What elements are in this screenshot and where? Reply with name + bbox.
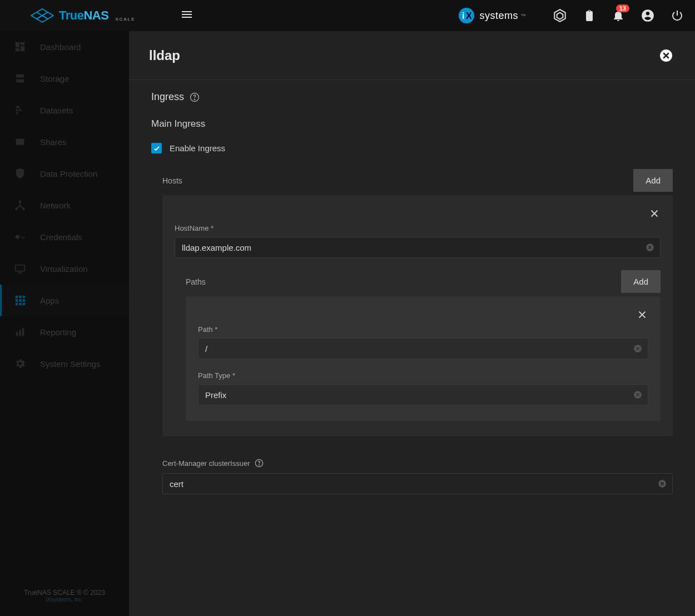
section-title: Ingress [151, 91, 184, 103]
clipboard-icon[interactable] [583, 9, 596, 22]
vendor-logo[interactable]: i X systems ™ [458, 7, 526, 24]
subsection-title: Main Ingress [151, 118, 673, 130]
cert-label: Cert-Manager clusterIssuer [162, 459, 250, 468]
panel-header: lldap [129, 31, 695, 80]
power-icon[interactable] [671, 9, 684, 22]
cert-help-icon[interactable] [255, 459, 264, 468]
path-input[interactable] [205, 344, 628, 354]
help-icon[interactable] [190, 92, 200, 102]
close-icon[interactable] [659, 49, 673, 62]
logo-variant: SCALE [115, 17, 135, 22]
section-header: Ingress [151, 91, 673, 103]
add-path-button[interactable]: Add [621, 270, 661, 293]
path-type-label: Path Type * [198, 371, 648, 380]
panel-body: Ingress Main Ingress Enable Ingress Host… [129, 80, 695, 616]
path-card: Path * Path Type * Prefix [186, 296, 661, 421]
path-type-value: Prefix [205, 390, 628, 400]
cert-input-wrap [162, 473, 673, 494]
topbar: TrueNAS SCALE i X systems ™ 13 [0, 0, 695, 31]
hostname-input-wrap [175, 237, 661, 258]
topbar-left: TrueNAS SCALE [29, 8, 193, 23]
clear-cert-icon[interactable] [658, 479, 667, 488]
hosts-header: Hosts Add [151, 169, 673, 192]
vendor-name: systems [479, 10, 518, 22]
hostname-input[interactable] [182, 243, 640, 252]
enable-ingress-checkbox[interactable] [151, 143, 162, 153]
logo-text: TrueNAS [59, 8, 108, 23]
paths-header: Paths Add [175, 270, 661, 293]
enable-ingress-label: Enable Ingress [170, 143, 225, 153]
path-type-select[interactable]: Prefix [198, 384, 648, 405]
logo-mark-icon [29, 8, 54, 23]
cert-input[interactable] [170, 479, 652, 489]
ix-mark-icon: i X [458, 7, 475, 24]
logo[interactable]: TrueNAS SCALE [29, 8, 136, 23]
slide-panel: lldap Ingress Main Ingress Enable Ingres… [129, 31, 695, 616]
add-host-button[interactable]: Add [633, 169, 673, 192]
enable-ingress-row: Enable Ingress [151, 143, 673, 153]
svg-text:X: X [466, 11, 472, 21]
clear-path-icon[interactable] [633, 344, 642, 353]
path-input-wrap [198, 338, 648, 359]
svg-text:i: i [462, 11, 464, 21]
cert-section: Cert-Manager clusterIssuer [162, 459, 673, 494]
remove-host-icon[interactable] [648, 207, 661, 222]
systems-icon[interactable] [553, 8, 567, 23]
remove-path-icon[interactable] [636, 309, 648, 323]
svg-point-24 [194, 99, 195, 100]
cert-label-row: Cert-Manager clusterIssuer [162, 459, 673, 468]
hostname-label: HostName * [175, 224, 661, 232]
host-card: HostName * Paths Add Path * [162, 195, 673, 436]
topbar-right: i X systems ™ 13 [458, 7, 684, 24]
clear-path-type-icon[interactable] [633, 390, 642, 399]
notifications-icon[interactable]: 13 [612, 9, 625, 22]
panel-title: lldap [149, 48, 180, 63]
hosts-label: Hosts [162, 176, 182, 185]
account-icon[interactable] [641, 8, 655, 23]
menu-toggle-icon[interactable] [180, 8, 193, 23]
path-label: Path * [198, 325, 648, 334]
clear-hostname-icon[interactable] [646, 243, 654, 252]
svg-point-29 [259, 465, 259, 465]
notifications-badge: 13 [616, 4, 629, 12]
paths-label: Paths [186, 277, 206, 286]
